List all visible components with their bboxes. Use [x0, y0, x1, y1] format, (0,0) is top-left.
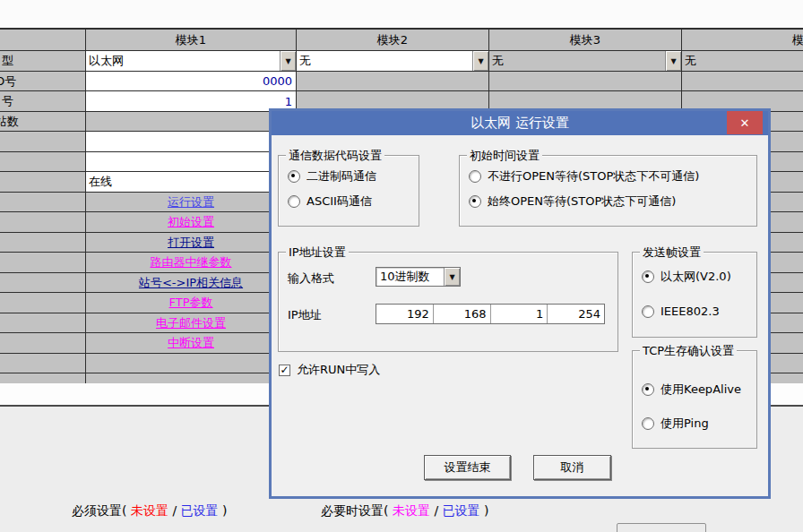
radio-label: 以太网(V2.0) [661, 269, 731, 285]
legend-separator: / [172, 503, 177, 518]
cell-text: 号 [2, 93, 13, 109]
table-cell [297, 72, 489, 91]
column-header [0, 30, 86, 51]
input-format-value: 10进制数 [376, 269, 444, 285]
radio-label: IEEE802.3 [661, 305, 720, 318]
legend-separator: / [434, 503, 438, 518]
radio-use-keepalive[interactable]: 使用KeepAlive [633, 382, 756, 398]
close-button[interactable]: ✕ [727, 111, 763, 134]
column-header: 模块2 [297, 30, 489, 51]
radio-label: 使用Ping [661, 416, 709, 432]
radio-ethernet-v2[interactable]: 以太网(V2.0) [633, 269, 756, 285]
setting-button[interactable]: 站号<->IP相关信息 [86, 273, 297, 293]
radio-no-open-wait[interactable]: 不进行OPEN等待(STOP状态下不可通信) [460, 168, 756, 184]
dialog-titlebar[interactable]: 以太网 运行设置 ✕ [272, 111, 768, 135]
group-title: IP地址设置 [286, 245, 349, 261]
network-no-cell[interactable]: 1 [86, 91, 297, 112]
cell-text: 站数 [0, 114, 19, 130]
radio-ieee802-3[interactable]: IEEE802.3 [633, 305, 756, 318]
network-type-select[interactable]: 无 [682, 51, 803, 72]
cell-text: 模块1 [176, 32, 206, 48]
network-type-select[interactable]: 无▼ [297, 51, 489, 72]
cell-text: 初始设置 [168, 214, 214, 230]
network-type-select[interactable]: 以太网▼ [86, 51, 297, 72]
dropdown-arrow-icon: ▼ [444, 268, 460, 286]
group-title: TCP生存确认设置 [640, 343, 737, 359]
cell-text: 站号<->IP相关信息 [139, 275, 243, 291]
radio-label: 始终OPEN等待(STOP状态下可通信) [488, 193, 676, 210]
cell-text: O号 [0, 73, 16, 90]
radio-icon [288, 170, 300, 183]
group-comm-code: 通信数据代码设置 二进制码通信 ASCII码通信 [278, 155, 419, 227]
ip-octet-2[interactable]: 168 [433, 305, 490, 323]
table-cell [682, 72, 803, 91]
network-type-select[interactable]: 无▼ [489, 51, 682, 72]
cell-text: 无 [685, 53, 696, 69]
radio-label: 不进行OPEN等待(STOP状态下不可通信) [488, 168, 699, 184]
checkbox-label: 允许RUN中写入 [297, 362, 380, 378]
table-cell [489, 72, 682, 91]
close-icon: ✕ [740, 116, 750, 130]
column-header: 模块1 [86, 30, 297, 51]
table-row: 模块1模块2模块3模 [0, 30, 803, 51]
cell-text: 型 [2, 53, 13, 69]
radio-icon [469, 195, 481, 208]
checkbox-icon: ✓ [279, 365, 290, 376]
cell-text: 无 [492, 53, 504, 69]
radio-use-ping[interactable]: 使用Ping [633, 416, 756, 432]
cell-text: 无 [299, 53, 311, 69]
setting-button[interactable]: 运行设置 [86, 193, 297, 212]
cell-text: 电子邮件设置 [156, 315, 226, 331]
row-label: 型 [0, 51, 86, 72]
cancel-button[interactable]: 取消 [533, 455, 611, 480]
row-label: O号 [0, 72, 86, 91]
partial-button[interactable] [617, 523, 706, 532]
mode-cell[interactable]: 在线 [86, 172, 297, 193]
group-title: 发送帧设置 [640, 245, 704, 261]
legend-text: 必须设置( [72, 503, 126, 518]
radio-ascii-communication[interactable]: ASCII码通信 [279, 193, 419, 210]
start-io-cell[interactable]: 0000 [86, 72, 297, 91]
check-icon: ✓ [280, 365, 289, 375]
ip-octet-3[interactable]: 1 [490, 305, 548, 323]
setting-button[interactable]: 电子邮件设置 [86, 313, 297, 333]
row-label [0, 253, 86, 273]
legend-close: ) [222, 503, 227, 518]
ip-octet-1[interactable]: 192 [376, 305, 433, 323]
row-label: 站数 [0, 112, 86, 132]
radio-icon [469, 170, 481, 183]
dropdown-arrow-icon: ▼ [280, 51, 296, 71]
radio-always-open-wait[interactable]: 始终OPEN等待(STOP状态下可通信) [460, 193, 756, 210]
group-title: 通信数据代码设置 [286, 148, 384, 164]
radio-icon [642, 383, 654, 396]
dialog-body: 通信数据代码设置 二进制码通信 ASCII码通信 初始时间设置 不进行OPEN等… [272, 135, 768, 496]
setting-button[interactable]: 初始设置 [86, 212, 297, 233]
radio-label: 二进制码通信 [307, 168, 376, 184]
table-cell [86, 112, 297, 132]
table-cell[interactable] [86, 132, 297, 152]
cell-text: 以太网 [89, 53, 124, 69]
setting-button[interactable]: 中断设置 [86, 333, 297, 354]
setting-button[interactable]: 打开设置 [86, 233, 297, 253]
legend-set: 已设置 [443, 503, 480, 518]
table-row: 型以太网▼无▼无▼无 [0, 51, 803, 72]
radio-label: ASCII码通信 [307, 193, 372, 210]
row-label [0, 212, 86, 233]
radio-icon [642, 270, 654, 283]
row-label [0, 293, 86, 313]
ip-octet-4[interactable]: 254 [547, 305, 604, 323]
radio-binary-communication[interactable]: 二进制码通信 [279, 168, 419, 184]
checkbox-enable-run-write[interactable]: ✓ 允许RUN中写入 [279, 362, 380, 378]
group-ip-address: IP地址设置 输入格式 10进制数 ▼ IP地址 192 168 1 254 [278, 252, 618, 352]
setting-end-button[interactable]: 设置结束 [424, 455, 511, 480]
legend-set: 已设置 [181, 503, 219, 518]
input-format-select[interactable]: 10进制数 ▼ [376, 267, 461, 287]
legend-text: 必要时设置( [321, 503, 388, 518]
row-label: 号 [0, 91, 86, 112]
group-title: 初始时间设置 [467, 148, 542, 164]
setting-button[interactable]: 路由器中继参数 [86, 253, 297, 273]
table-cell[interactable] [86, 152, 297, 172]
row-label [0, 132, 86, 152]
row-label [0, 172, 86, 193]
setting-button[interactable]: FTP参数 [86, 293, 297, 313]
